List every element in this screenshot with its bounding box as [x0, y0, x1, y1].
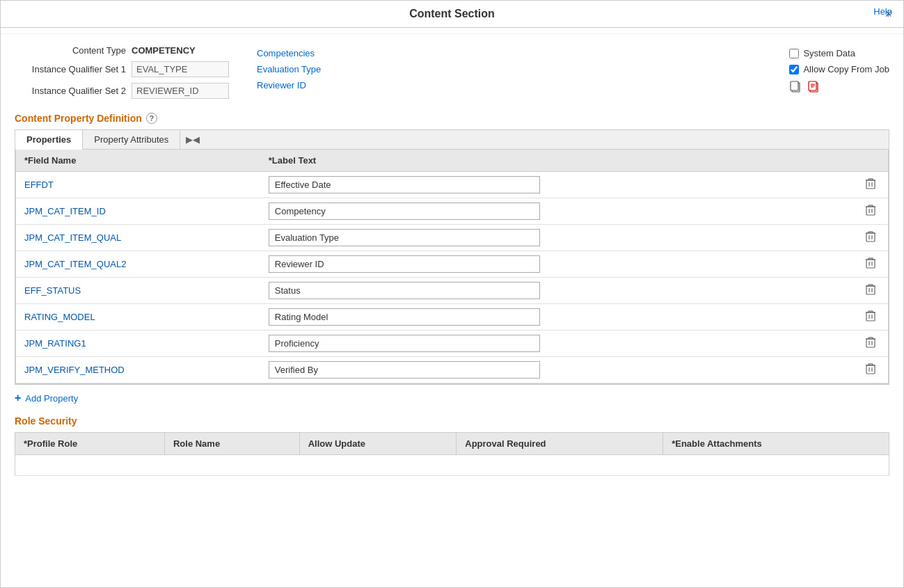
delete-cell	[853, 225, 888, 251]
label-input-0[interactable]	[269, 176, 540, 193]
svg-rect-42	[866, 312, 875, 321]
svg-rect-1	[791, 81, 798, 90]
delete-cell	[853, 251, 888, 278]
paste-icon-button[interactable]	[807, 80, 820, 95]
form-fields: Content Type COMPETENCY Instance Qualifi…	[15, 45, 229, 99]
label-input-5[interactable]	[269, 308, 540, 326]
content-type-label: Content Type	[15, 45, 126, 56]
qualifier2-input[interactable]	[132, 83, 229, 99]
help-link[interactable]: Help	[873, 6, 892, 17]
help-bar: Help	[1, 28, 903, 34]
add-property-button[interactable]: + Add Property	[15, 392, 889, 404]
modal-header: Content Section ×	[1, 1, 903, 28]
delete-cell	[853, 172, 888, 198]
tab-arrow[interactable]: ▶◀	[180, 130, 205, 149]
field-name-cell: JPM_RATING1	[16, 331, 260, 357]
allow-copy-checkbox[interactable]	[789, 65, 799, 74]
tabs-container: Properties Property Attributes ▶◀ *Field…	[15, 129, 889, 385]
delete-row-button[interactable]	[866, 257, 875, 271]
field-name-cell: JPM_CAT_ITEM_QUAL2	[16, 251, 260, 278]
qualifier1-input[interactable]	[132, 61, 229, 77]
delete-row-button[interactable]	[866, 178, 875, 191]
field-name-cell: JPM_CAT_ITEM_ID	[16, 198, 260, 225]
svg-rect-56	[866, 365, 875, 374]
svg-rect-35	[866, 286, 875, 294]
label-input-7[interactable]	[269, 361, 540, 379]
content-property-title: Content Property Definition ?	[15, 113, 889, 124]
field-name-cell: JPM_CAT_ITEM_QUAL	[16, 225, 260, 251]
delete-row-button[interactable]	[866, 310, 875, 324]
delete-cell	[853, 357, 888, 383]
system-data-label: System Data	[803, 48, 855, 58]
modal-body: Content Type COMPETENCY Instance Qualifi…	[1, 34, 903, 487]
table-row: RATING_MODEL	[16, 304, 888, 331]
copy-icon-button[interactable]	[789, 80, 802, 95]
delete-row-button[interactable]	[866, 231, 875, 244]
delete-cell	[853, 198, 888, 225]
properties-table: *Field Name *Label Text EFFDT	[16, 150, 888, 383]
link-evaluation-type[interactable]: Evaluation Type	[257, 64, 321, 74]
modal-title: Content Section	[409, 8, 495, 20]
label-input-4[interactable]	[269, 282, 540, 299]
table-row: EFFDT	[16, 172, 888, 198]
role-security-section: Role Security *Profile RoleRole NameAllo…	[15, 415, 889, 476]
links-col: Competencies Evaluation Type Reviewer ID	[257, 45, 321, 90]
col-actions	[853, 150, 888, 172]
svg-rect-28	[866, 260, 875, 268]
content-property-section: Content Property Definition ? Properties…	[15, 113, 889, 404]
col-field-name: *Field Name	[16, 150, 260, 172]
tab-property-attributes[interactable]: Property Attributes	[83, 130, 180, 149]
delete-row-button[interactable]	[866, 337, 875, 350]
svg-rect-7	[866, 180, 875, 189]
label-input-2[interactable]	[269, 229, 540, 246]
label-text-cell	[260, 304, 853, 331]
table-row: JPM_CAT_ITEM_QUAL	[16, 225, 888, 251]
content-property-help-icon[interactable]: ?	[146, 113, 157, 124]
table-row: JPM_RATING1	[16, 331, 888, 357]
content-type-row: Content Type COMPETENCY	[15, 45, 229, 56]
add-property-label: Add Property	[25, 393, 78, 404]
delete-cell	[853, 331, 888, 357]
delete-cell	[853, 278, 888, 304]
checkboxes-col: System Data Allow Copy From Job	[789, 45, 889, 74]
role-security-table: *Profile RoleRole NameAllow UpdateApprov…	[15, 432, 889, 476]
modal-container: Content Section × Help Content Type COMP…	[0, 0, 904, 588]
table-row: JPM_CAT_ITEM_ID	[16, 198, 888, 225]
delete-row-button[interactable]	[866, 284, 875, 297]
icons-row	[789, 80, 889, 95]
label-text-cell	[260, 198, 853, 225]
label-input-6[interactable]	[269, 335, 540, 352]
tabs-header: Properties Property Attributes ▶◀	[15, 130, 889, 150]
link-competencies[interactable]: Competencies	[257, 48, 321, 58]
label-text-cell	[260, 225, 853, 251]
properties-table-container: *Field Name *Label Text EFFDT	[15, 150, 889, 384]
table-row: JPM_CAT_ITEM_QUAL2	[16, 251, 888, 278]
role-security-col: Allow Update	[299, 433, 457, 455]
label-input-3[interactable]	[269, 255, 540, 273]
role-security-col: *Enable Attachments	[663, 433, 889, 455]
table-row: EFF_STATUS	[16, 278, 888, 304]
role-security-col: Approval Required	[457, 433, 663, 455]
allow-copy-row: Allow Copy From Job	[789, 64, 889, 74]
system-data-checkbox[interactable]	[789, 49, 799, 58]
qualifier2-label: Instance Qualifier Set 2	[15, 86, 126, 96]
role-security-col: Role Name	[164, 433, 299, 455]
label-text-cell	[260, 172, 853, 198]
right-panel: System Data Allow Copy From Job	[789, 45, 889, 95]
delete-row-button[interactable]	[866, 205, 875, 218]
role-security-title: Role Security	[15, 415, 889, 427]
link-reviewer-id[interactable]: Reviewer ID	[257, 80, 321, 90]
add-plus-icon: +	[15, 392, 21, 404]
qualifier1-row: Instance Qualifier Set 1	[15, 61, 229, 77]
label-text-cell	[260, 331, 853, 357]
label-input-1[interactable]	[269, 202, 540, 220]
field-name-cell: EFF_STATUS	[16, 278, 260, 304]
label-text-cell	[260, 278, 853, 304]
tab-properties[interactable]: Properties	[15, 130, 83, 150]
field-name-cell: RATING_MODEL	[16, 304, 260, 331]
field-name-cell: EFFDT	[16, 172, 260, 198]
role-security-col: *Profile Role	[15, 433, 165, 455]
allow-copy-label: Allow Copy From Job	[803, 64, 889, 74]
label-text-cell	[260, 357, 853, 383]
delete-row-button[interactable]	[866, 363, 875, 376]
